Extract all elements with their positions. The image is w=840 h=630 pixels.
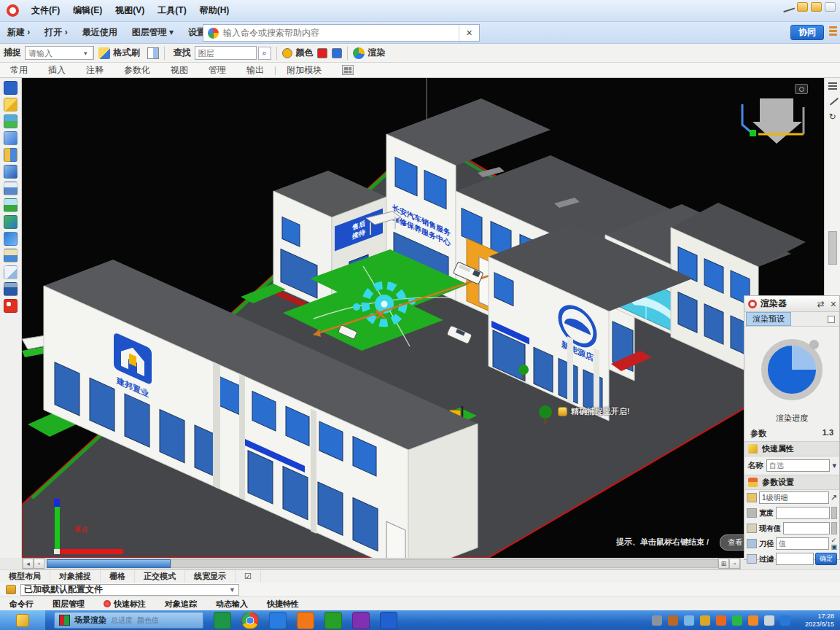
scroll-opt1-button[interactable]: ⊞	[718, 559, 729, 569]
hscrollbar-thumb[interactable]	[47, 559, 171, 568]
share-tool-icon[interactable]	[4, 232, 18, 246]
red-swatch[interactable]	[317, 48, 327, 58]
status-tool-3[interactable]: 对象追踪	[155, 598, 206, 610]
breadcrumb-item-3[interactable]: 图层管理 ▾	[125, 25, 181, 39]
section-tool-icon[interactable]	[4, 165, 18, 179]
close-icon[interactable]: ×	[831, 298, 836, 310]
pencil-icon[interactable]	[828, 97, 838, 107]
tray-icon-2[interactable]	[684, 615, 694, 626]
render-pie-icon[interactable]	[353, 47, 365, 59]
list-icon[interactable]	[828, 82, 838, 93]
status-tool-0[interactable]: 命令行	[0, 598, 43, 610]
breadcrumb-item-1[interactable]: 打开 ›	[37, 25, 74, 39]
rotate-icon[interactable]: ↻	[828, 112, 838, 122]
status-tool-2[interactable]: 快速标注	[94, 598, 155, 610]
viewport-hscrollbar[interactable]: ◂ ▫ ⊞ ▫	[22, 558, 741, 569]
grid-view-button[interactable]	[342, 65, 354, 75]
ribbon-tab-0[interactable]: 常用	[0, 63, 38, 78]
breadcrumb-item-2[interactable]: 最近使用	[75, 25, 125, 39]
scroll-opt2-button[interactable]: ▫	[729, 559, 740, 569]
status-toggle-5[interactable]: ☑	[236, 571, 261, 582]
row-scrollbar-thumb[interactable]	[831, 522, 837, 534]
quick-tool-1-button[interactable]	[797, 2, 808, 12]
status-toggle-3[interactable]: 正交模式	[135, 570, 185, 583]
section-params[interactable]: 参数设置	[744, 475, 839, 490]
taskbar-app-6[interactable]	[380, 612, 397, 629]
param-input-3[interactable]	[776, 537, 829, 550]
warning-tool-icon[interactable]	[4, 299, 18, 313]
tray-icon-4[interactable]	[716, 615, 726, 626]
status-toggle-0[interactable]: 模型布局	[0, 570, 50, 583]
param-input-4[interactable]	[776, 553, 814, 565]
tray-icon-5[interactable]	[732, 615, 742, 626]
taskbar-app-5[interactable]	[352, 612, 370, 629]
taskbar-app-3[interactable]	[297, 612, 314, 629]
menu-item-2[interactable]: 视图(V)	[109, 3, 151, 18]
taskbar-app-4[interactable]	[324, 612, 342, 629]
sketch-tool-icon[interactable]	[4, 98, 18, 112]
ribbon-tab-5[interactable]: 管理	[198, 63, 236, 78]
start-button[interactable]	[0, 610, 45, 630]
swap-icon[interactable]: ⇄	[817, 299, 825, 309]
menu-stack-icon[interactable]	[829, 26, 837, 38]
3d-viewport[interactable]: 售后 接待 长安汽车销售服务 维修保养服务中心	[22, 78, 824, 558]
scroll-left-button[interactable]: ◂	[23, 559, 34, 569]
format-brush-icon[interactable]	[98, 47, 110, 59]
taskbar-app-2[interactable]	[269, 612, 287, 629]
push-pull-tool-icon[interactable]	[4, 114, 18, 128]
ribbon-tab-2[interactable]: 注释	[76, 63, 114, 78]
vegetation-tool-icon[interactable]	[4, 215, 18, 229]
open-external-icon[interactable]: ↗	[831, 493, 837, 502]
confirm-button[interactable]: 确定	[815, 553, 837, 565]
taskbar-app-1[interactable]	[241, 612, 259, 629]
status-toggle-1[interactable]: 对象捕捉	[50, 570, 101, 583]
ribbon-tab-3[interactable]: 参数化	[114, 63, 160, 78]
find-input[interactable]	[195, 46, 257, 60]
panel-tool-icon[interactable]	[4, 282, 18, 296]
taskbar-clock[interactable]: 17:28 2023/6/15	[805, 612, 834, 629]
row-scrollbar-thumb[interactable]	[831, 507, 837, 519]
menu-item-1[interactable]: 编辑(E)	[66, 3, 109, 18]
profile-combobox[interactable]: 已加载默认配置文件 ▼	[20, 584, 239, 596]
search-clear-button[interactable]: ×	[459, 25, 479, 41]
floorplan-tool-icon[interactable]	[4, 182, 18, 195]
name-input[interactable]	[766, 459, 830, 472]
tray-icon-7[interactable]	[764, 615, 774, 626]
status-tool-1[interactable]: 图层管理	[43, 598, 94, 610]
status-tool-4[interactable]: 动态输入	[206, 598, 257, 610]
dropdown-arrow-icon[interactable]: ▾	[832, 461, 836, 470]
taskbar-active-task[interactable]: 场景渲染 总进度 颜色值	[54, 612, 203, 629]
param-input-0[interactable]	[759, 491, 829, 504]
tray-icon-6[interactable]	[748, 615, 758, 626]
status-toggle-4[interactable]: 线宽显示	[185, 570, 236, 583]
tray-icon-3[interactable]	[700, 615, 710, 626]
breadcrumb-item-0[interactable]: 新建 ›	[0, 25, 37, 39]
camera-icon[interactable]	[795, 84, 808, 94]
search-box[interactable]: ×	[203, 24, 480, 42]
status-toggle-2[interactable]: 栅格	[101, 570, 135, 583]
menu-item-3[interactable]: 工具(T)	[151, 3, 192, 18]
menu-item-4[interactable]: 帮助(H)	[193, 3, 236, 18]
tray-icon-8[interactable]	[780, 615, 790, 626]
section-quick-props[interactable]: 快速属性	[744, 441, 839, 456]
hscrollbar-track[interactable]	[171, 559, 718, 568]
ribbon-tab-7[interactable]: 附加模块	[276, 63, 332, 78]
search-input[interactable]	[223, 28, 459, 38]
tab-render-preset[interactable]: 渲染预设	[746, 312, 791, 326]
window-menu-button[interactable]	[825, 2, 836, 12]
blue-swatch[interactable]	[332, 48, 342, 58]
side-scrollbar-thumb[interactable]	[828, 231, 837, 265]
paint-tool-icon[interactable]	[4, 198, 18, 212]
param-input-2[interactable]	[783, 522, 830, 534]
magnifier-icon[interactable]: ⌕	[258, 47, 271, 60]
check-icons[interactable]: ✓▣	[831, 537, 837, 551]
panel-checkbox[interactable]	[828, 316, 835, 323]
select-tool-icon[interactable]	[4, 81, 18, 95]
yellow-color-icon[interactable]	[282, 48, 292, 58]
tray-icon-0[interactable]	[652, 615, 662, 626]
ribbon-tab-1[interactable]: 插入	[38, 63, 76, 78]
collaborate-button[interactable]: 协同	[790, 25, 824, 40]
status-tool-5[interactable]: 快捷特性	[257, 598, 308, 610]
orbit-tool-icon[interactable]	[4, 131, 18, 145]
ribbon-tab-4[interactable]: 视图	[160, 63, 198, 78]
